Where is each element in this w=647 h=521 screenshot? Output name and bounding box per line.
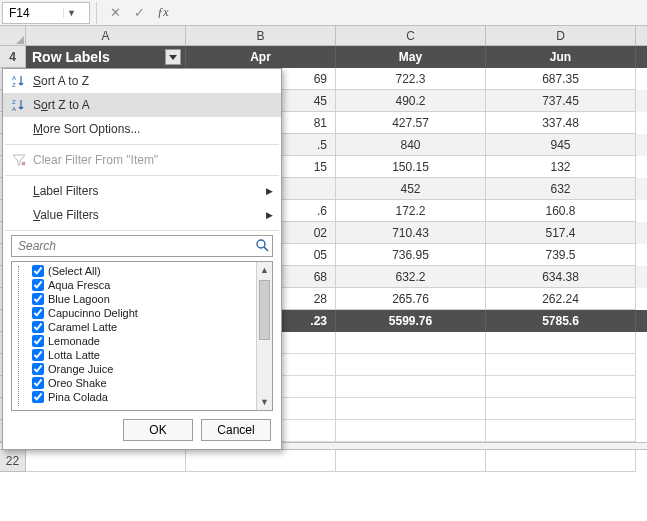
svg-text:A: A <box>12 106 16 112</box>
filter-item[interactable]: Caramel Latte <box>32 320 254 334</box>
cell-value[interactable]: 452 <box>336 178 486 200</box>
filter-checkbox[interactable] <box>32 321 44 333</box>
filter-item[interactable]: Lotta Latte <box>32 348 254 362</box>
cell[interactable] <box>336 450 486 472</box>
cell-value[interactable]: 490.2 <box>336 90 486 112</box>
label-filters[interactable]: Label Filters ▶ <box>3 179 281 203</box>
clear-filter-icon <box>9 151 29 169</box>
cell-value[interactable]: 840 <box>336 134 486 156</box>
scroll-thumb[interactable] <box>259 280 270 340</box>
cell[interactable] <box>486 376 636 398</box>
value-filters[interactable]: Value Filters ▶ <box>3 203 281 227</box>
cell-value[interactable]: 739.5 <box>486 244 636 266</box>
filter-item[interactable]: Pina Colada <box>32 390 254 404</box>
filter-dropdown-button[interactable] <box>165 49 181 65</box>
filter-item-label: Lemonade <box>48 335 100 347</box>
select-all-corner[interactable] <box>0 26 26 45</box>
cell-value[interactable]: 172.2 <box>336 200 486 222</box>
row-header-22[interactable]: 22 <box>0 450 26 472</box>
filter-checkbox[interactable] <box>32 377 44 389</box>
cell[interactable] <box>486 450 636 472</box>
cell-value[interactable]: 337.48 <box>486 112 636 134</box>
scrollbar[interactable]: ▲ ▼ <box>256 262 272 410</box>
cell[interactable] <box>486 332 636 354</box>
blank-icon <box>9 206 29 224</box>
cell[interactable] <box>336 420 486 442</box>
filter-item[interactable]: (Select All) <box>32 264 254 278</box>
filter-checkbox[interactable] <box>32 293 44 305</box>
cell-value[interactable]: 634.38 <box>486 266 636 288</box>
ok-button[interactable]: OK <box>123 419 193 441</box>
cell[interactable] <box>486 354 636 376</box>
cell[interactable] <box>336 376 486 398</box>
column-header-c[interactable]: C <box>336 26 486 45</box>
cell[interactable] <box>336 398 486 420</box>
cell-value[interactable]: 632.2 <box>336 266 486 288</box>
col-header-may[interactable]: May <box>336 46 486 68</box>
filter-item[interactable]: Oreo Shake <box>32 376 254 390</box>
total-c[interactable]: 5599.76 <box>336 310 486 332</box>
filter-item[interactable]: Blue Lagoon <box>32 292 254 306</box>
svg-text:A: A <box>12 75 16 81</box>
column-header-d[interactable]: D <box>486 26 636 45</box>
total-d[interactable]: 5785.6 <box>486 310 636 332</box>
filter-checkbox[interactable] <box>32 265 44 277</box>
filter-checkbox[interactable] <box>32 391 44 403</box>
cell-value[interactable]: 150.15 <box>336 156 486 178</box>
sort-z-to-a[interactable]: ZA Sort Z to A <box>3 93 281 117</box>
cell-value[interactable]: 710.43 <box>336 222 486 244</box>
filter-checkbox[interactable] <box>32 363 44 375</box>
formula-input[interactable] <box>175 2 647 24</box>
checklist-body[interactable]: (Select All)Aqua FrescaBlue LagoonCapuci… <box>12 262 256 410</box>
cell[interactable] <box>336 332 486 354</box>
cell-value[interactable]: 262.24 <box>486 288 636 310</box>
cell-value[interactable]: 132 <box>486 156 636 178</box>
filter-item[interactable]: Orange Juice <box>32 362 254 376</box>
row-22: 22 <box>0 450 647 472</box>
row-header-4[interactable]: 4 <box>0 46 26 68</box>
filter-item[interactable]: Lemonade <box>32 334 254 348</box>
cell[interactable] <box>336 354 486 376</box>
filter-item[interactable]: Capucinno Delight <box>32 306 254 320</box>
cell[interactable] <box>486 420 636 442</box>
insert-function-icon[interactable]: ƒx <box>151 2 175 24</box>
cell-value[interactable]: 945 <box>486 134 636 156</box>
cell-value[interactable]: 687.35 <box>486 68 636 90</box>
scroll-up-icon[interactable]: ▲ <box>257 262 272 278</box>
cell-value[interactable]: 517.4 <box>486 222 636 244</box>
cell-value[interactable]: 737.45 <box>486 90 636 112</box>
cancel-button[interactable]: Cancel <box>201 419 271 441</box>
filter-item[interactable]: Aqua Fresca <box>32 278 254 292</box>
scroll-down-icon[interactable]: ▼ <box>257 394 272 410</box>
row-labels-header-cell[interactable]: Row Labels <box>26 46 186 68</box>
filter-checkbox[interactable] <box>32 279 44 291</box>
col-header-apr[interactable]: Apr <box>186 46 336 68</box>
filter-menu: AZ Sort A to Z ZA Sort Z to A More Sort … <box>2 68 282 450</box>
cell[interactable] <box>26 450 186 472</box>
sort-a-to-z[interactable]: AZ Sort A to Z <box>3 69 281 93</box>
filter-item-label: Orange Juice <box>48 363 113 375</box>
more-sort-options[interactable]: More Sort Options... <box>3 117 281 141</box>
cell[interactable] <box>186 450 336 472</box>
filter-checkbox[interactable] <box>32 335 44 347</box>
filter-checkbox[interactable] <box>32 307 44 319</box>
name-box-input[interactable] <box>3 5 63 21</box>
pivot-header-row: 4 Row Labels Apr May Jun <box>0 46 647 68</box>
search-input[interactable] <box>11 235 273 257</box>
cell-value[interactable]: 427.57 <box>336 112 486 134</box>
cell-value[interactable]: 265.76 <box>336 288 486 310</box>
cell-value[interactable]: 722.3 <box>336 68 486 90</box>
column-header-b[interactable]: B <box>186 26 336 45</box>
cell-value[interactable]: 736.95 <box>336 244 486 266</box>
search-box[interactable] <box>11 235 273 257</box>
column-header-a[interactable]: A <box>26 26 186 45</box>
cancel-formula-icon: ✕ <box>103 2 127 24</box>
cell-value[interactable]: 632 <box>486 178 636 200</box>
filter-checkbox[interactable] <box>32 349 44 361</box>
name-box-dropdown-icon[interactable]: ▼ <box>63 8 79 18</box>
cell-value[interactable]: 160.8 <box>486 200 636 222</box>
col-header-jun[interactable]: Jun <box>486 46 636 68</box>
cell[interactable] <box>486 398 636 420</box>
menu-label: Label Filters <box>33 184 266 198</box>
name-box[interactable]: ▼ <box>2 2 90 24</box>
